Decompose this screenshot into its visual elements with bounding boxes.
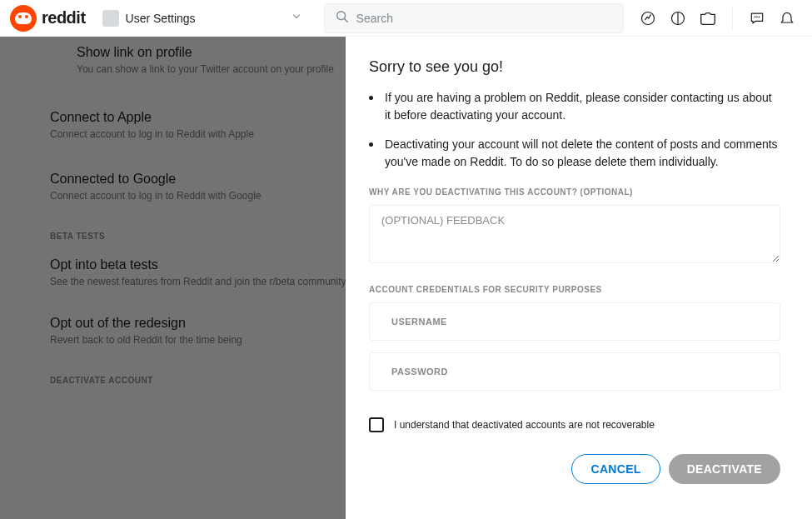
credentials-label: ACCOUNT CREDENTIALS FOR SECURITY PURPOSE… [369,285,780,294]
header-actions [639,7,796,30]
modal-actions: CANCEL DEACTIVATE [369,454,780,484]
bullet-item: If you are having a problem on Reddit, p… [369,89,780,124]
divider [732,7,733,30]
chevron-down-icon [291,11,302,26]
svg-line-1 [344,18,347,22]
bullet-text: Deactivating your account will not delet… [385,136,780,171]
header-bar: reddit User Settings [0,0,812,37]
bullet-icon [369,96,373,100]
confirm-label: I understand that deactivated accounts a… [394,419,655,431]
modal-bullets: If you are having a problem on Reddit, p… [369,89,780,171]
breadcrumb-label: User Settings [126,12,196,25]
deactivate-modal: Sorry to see you go! If you are having a… [346,37,812,519]
search-box[interactable] [324,3,624,33]
svg-point-0 [336,11,345,19]
password-field[interactable] [369,352,780,391]
svg-point-2 [641,12,654,24]
bullet-item: Deactivating your account will not delet… [369,136,780,171]
modal-heading: Sorry to see you go! [369,58,780,76]
username-field[interactable] [369,302,780,341]
reddit-snoo-icon [10,5,37,32]
breadcrumb-dropdown[interactable]: User Settings [102,10,302,27]
notifications-icon[interactable] [778,9,796,27]
bullet-icon [369,142,373,147]
shield-icon[interactable] [699,9,717,27]
svg-point-6 [758,16,760,17]
coin-icon[interactable] [669,9,687,27]
search-input[interactable] [356,12,613,25]
cancel-button[interactable]: CANCEL [571,454,660,484]
chat-icon[interactable] [748,9,766,27]
reason-label: WHY ARE YOU DEACTIVATING THIS ACCOUNT? (… [369,187,780,197]
reddit-logo[interactable]: reddit [10,5,86,32]
bullet-text: If you are having a problem on Reddit, p… [385,89,780,124]
popular-icon[interactable] [639,9,657,27]
avatar-icon [102,10,119,27]
feedback-textarea[interactable] [369,205,780,263]
svg-point-5 [756,16,758,17]
svg-point-4 [754,16,755,17]
search-container [324,3,624,33]
search-icon [335,9,350,27]
confirm-checkbox[interactable] [369,417,384,432]
deactivate-button[interactable]: DEACTIVATE [669,454,780,484]
brand-text: reddit [42,8,86,27]
confirm-row: I understand that deactivated accounts a… [369,417,780,432]
